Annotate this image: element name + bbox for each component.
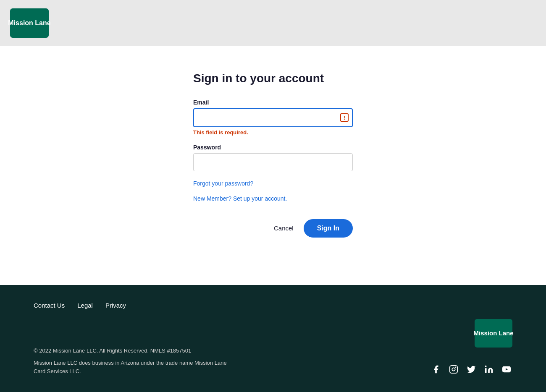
footer-right: Mission Lane [430,319,512,375]
svg-point-3 [485,366,487,367]
svg-point-1 [452,368,455,371]
footer-disclaimer: Mission Lane LLC does business in Arizon… [34,359,227,375]
forgot-password-row: Forgot your password? [193,180,353,187]
signin-form-container: Sign in to your account Email ! This fie… [193,71,353,251]
password-input[interactable] [193,153,353,171]
email-input-wrapper: ! [193,108,353,127]
svg-point-2 [455,367,457,368]
footer-bottom: © 2022 Mission Lane LLC. All Rights Rese… [34,319,512,375]
button-row: Cancel Sign In [193,219,353,238]
password-label: Password [193,144,353,151]
site-header: Mission Lane [0,0,546,46]
linkedin-icon[interactable] [483,363,495,375]
email-error-message: This field is required. [193,129,353,136]
footer-link-legal[interactable]: Legal [77,302,93,309]
email-error-icon: ! [340,113,349,122]
footer-link-contact[interactable]: Contact Us [34,302,65,309]
facebook-icon[interactable] [430,363,442,375]
password-input-wrapper [193,153,353,171]
footer-links: Contact Us Legal Privacy [34,302,512,309]
social-icons-row [430,363,512,375]
site-footer: Contact Us Legal Privacy © 2022 Mission … [0,285,546,392]
email-input[interactable] [193,108,353,127]
instagram-icon[interactable] [448,363,459,375]
signin-button[interactable]: Sign In [304,219,353,238]
page-title: Sign in to your account [193,71,353,86]
new-member-row: New Member? Set up your account. [193,195,353,202]
header-logo: Mission Lane [10,8,49,38]
footer-copyright: © 2022 Mission Lane LLC. All Rights Rese… [34,348,430,354]
main-content: Sign in to your account Email ! This fie… [0,46,546,285]
svg-rect-0 [450,366,457,373]
footer-logo: Mission Lane [475,319,512,348]
youtube-icon[interactable] [501,363,512,375]
email-label: Email [193,99,353,106]
password-field-group: Password [193,144,353,171]
email-field-group: Email ! This field is required. [193,99,353,136]
twitter-icon[interactable] [465,363,477,375]
new-member-link[interactable]: New Member? Set up your account. [193,195,287,202]
footer-left: © 2022 Mission Lane LLC. All Rights Rese… [34,348,430,375]
cancel-button[interactable]: Cancel [274,225,294,232]
forgot-password-link[interactable]: Forgot your password? [193,180,253,187]
footer-link-privacy[interactable]: Privacy [105,302,126,309]
